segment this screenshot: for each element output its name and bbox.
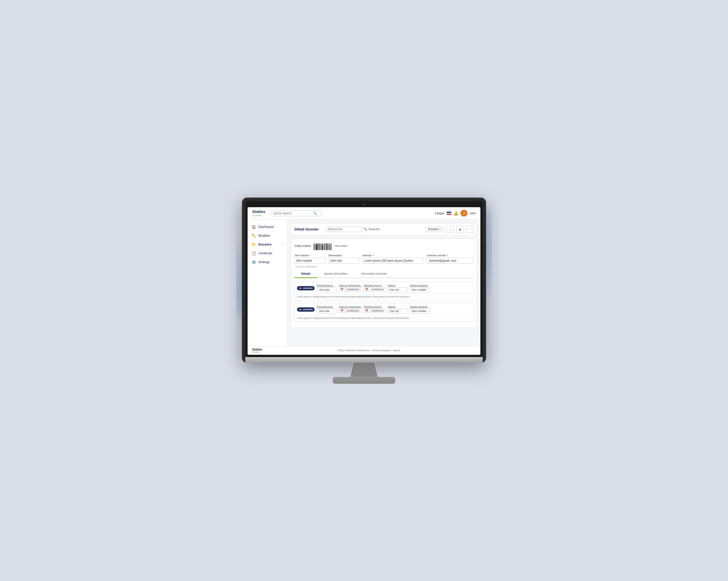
sample-header-2: ID: 12656565 Échantillonneur: John doe [297, 306, 471, 314]
sidebar-item-settings[interactable]: ⚙️ Settings [248, 258, 287, 266]
barcode-row: Code à barre [294, 242, 473, 250]
footer-logo: Stablex [252, 348, 262, 351]
sample-field-resultat-2: Résultat requis le: 📅 21/08/2021 [364, 306, 386, 314]
sample-field-echantillonneur-1: Échantillonneur: John doe [317, 284, 337, 292]
topbar-right: Langue 🔔 J John [435, 210, 476, 216]
echantillonneur-value-1[interactable]: John doe [317, 287, 337, 292]
logo-sub: Canada [252, 214, 265, 216]
date-text-1: 21/08/2021 [345, 288, 361, 291]
stand-neck [347, 363, 381, 377]
monitor-bottom [245, 357, 483, 363]
sample-text-1: Lorem Ipsum is simply dummy text of the … [297, 294, 471, 298]
resultat-value-2[interactable]: 📅 21/08/2021 [364, 309, 386, 313]
date-value-2[interactable]: 📅 21/08/2021 [339, 309, 361, 313]
footer: Stablex Canada ©2021 STABLEX CANADA INC.… [248, 346, 480, 355]
screen: Stablex Canada 🔍 Langue 🔔 J [248, 207, 480, 355]
advanced-search-label[interactable]: Avancée [368, 228, 380, 231]
chevron-modele-1: › [427, 288, 428, 291]
sidebar-label-settings: Settings [258, 260, 283, 264]
sample-field-matrice-2: Matrice Eau Sol › [388, 306, 408, 314]
date-value-1[interactable]: 📅 21/08/2021 [339, 287, 361, 292]
form-actions: 🖨 ⬇ 💾 [479, 238, 480, 265]
tab-details[interactable]: Détails [294, 270, 317, 278]
chevron-matrice-1: › [400, 288, 401, 291]
sample-id-badge-2: ID: 12656565 [297, 308, 315, 312]
sample-header-1: ID: 12656565 Échantillonneur: John doe [297, 284, 471, 292]
calendar-icon-2: 📅 [339, 309, 345, 313]
page-search-input[interactable] [326, 227, 362, 232]
folder-icon: 📁 [252, 242, 256, 247]
echantillonneur-label-1: Échantillonneur: [317, 284, 337, 287]
camera-dot [363, 203, 365, 206]
sample-field-date-2: Date de prélèvement : 📅 21/08/2021 [339, 306, 361, 314]
echantillonneur-label-2: Échantillonneur: [317, 306, 337, 308]
page-title: Détail dossier [294, 227, 318, 231]
monitor-frame: Stablex Canada 🔍 Langue 🔔 J [242, 197, 486, 363]
app-container: Stablex Canada 🔍 Langue 🔔 J [248, 207, 480, 355]
sample-field-echantillonneur-2: Échantillonneur: John doe [317, 306, 337, 314]
form-fields-row: Titre Dossier * Demandeur: [294, 254, 473, 264]
date-text-2: 21/08/2021 [345, 309, 361, 313]
echantillonneur-value-2[interactable]: John doe [317, 309, 337, 314]
chevron-modele-2: › [427, 310, 428, 312]
sidebar-item-certificats[interactable]: 📋 Certificats [248, 249, 287, 258]
adresse-label: Adresse: * [362, 254, 424, 257]
form-save-button[interactable]: 💾 [479, 257, 480, 265]
courriel-input[interactable] [427, 258, 473, 264]
logo-area: Stablex Canada [252, 210, 265, 216]
avatar: J [461, 210, 467, 216]
matrice-value-2[interactable]: Eau Sol › [388, 309, 408, 314]
more-button[interactable]: ⋯ [466, 226, 473, 233]
sample-field-date-1: Date de prélèvement : 📅 21/08/2021 [339, 284, 361, 292]
calendar-icon-1: 📅 [339, 288, 345, 291]
footer-logo-sub: Canada [252, 351, 262, 353]
matrice-value-1[interactable]: Eau Sol › [388, 287, 408, 292]
tab-information[interactable]: Information d'envoie [354, 270, 393, 278]
user-name: John [470, 212, 476, 215]
search-bar[interactable]: 🔍 [271, 210, 322, 216]
dossiers-button[interactable]: Dossiers › [425, 227, 444, 232]
sidebar-item-dashboard[interactable]: 🏠 Dashboard [248, 222, 287, 231]
sidebar-label-certificats: Certificats [258, 252, 283, 255]
form-print-button[interactable]: 🖨 [479, 238, 480, 246]
notif-button[interactable]: 🔔 [453, 211, 458, 215]
tabs-container: Détails Ajouter échantillon Information … [294, 270, 473, 278]
sidebar: 🏠 Dashboard ✏️ Modèles 📁 Dossiers › [248, 220, 287, 346]
adresse-input[interactable] [362, 258, 424, 264]
demandeur-input[interactable] [328, 258, 359, 264]
form-group-demandeur: Demandeur: [328, 254, 359, 264]
lang-label: Langue [435, 212, 444, 215]
logo-text: Stablex [252, 210, 265, 214]
page-header: Détail dossier 🔍 Avancée Dossiers › [291, 223, 477, 236]
chevron-matrice-2: › [400, 310, 401, 312]
modele-value-2[interactable]: Mon modèle › [410, 309, 430, 314]
sample-field-matrice-1: Matrice Eau Sol › [388, 284, 408, 292]
matrice-label-1: Matrice [388, 284, 408, 287]
modele-value-1[interactable]: Mon modèle › [410, 287, 430, 292]
sample-fields-1: Échantillonneur: John doe Date de prélèv… [317, 284, 430, 292]
sample-id-badge-1: ID: 12656565 [297, 286, 315, 290]
sample-fields-2: Échantillonneur: John doe Date de prélèv… [317, 306, 430, 314]
titre-input[interactable] [294, 258, 326, 264]
titre-label: Titre Dossier * [294, 254, 326, 257]
date-label-2: Date de prélèvement : [339, 306, 361, 308]
edit-icon: ✏️ [252, 234, 256, 238]
matrice-label-2: Matrice [388, 306, 408, 308]
settings-icon: ⚙️ [252, 260, 256, 264]
print-button[interactable]: 🖨 [456, 226, 464, 233]
demandeur-label: Demandeur: [328, 254, 359, 257]
chevron-right-icon-dossiers: › [440, 228, 441, 231]
nav-back-button[interactable]: ‹ [447, 226, 454, 233]
sidebar-label-dossiers: Dossiers [258, 243, 280, 246]
tab-ajouter[interactable]: Ajouter échantillon [317, 270, 354, 278]
flag-icon [447, 212, 451, 215]
sidebar-item-dossiers[interactable]: 📁 Dossiers › [248, 240, 287, 249]
search-input[interactable] [274, 211, 313, 215]
resultat-value-1[interactable]: 📅 21/08/2021 [364, 287, 386, 292]
sample-row-1: ID: 12656565 Échantillonneur: John doe [294, 282, 473, 300]
form-download-button[interactable]: ⬇ [479, 247, 480, 256]
footer-copyright: ©2021 STABLEX CANADA INC. / Portail Conc… [262, 349, 476, 352]
barcode-label: Code à barre [294, 244, 311, 247]
sample-field-resultat-1: Résultat requis le: 📅 21/08/2021 [364, 284, 386, 292]
sidebar-item-modeles[interactable]: ✏️ Modèles [248, 231, 287, 240]
